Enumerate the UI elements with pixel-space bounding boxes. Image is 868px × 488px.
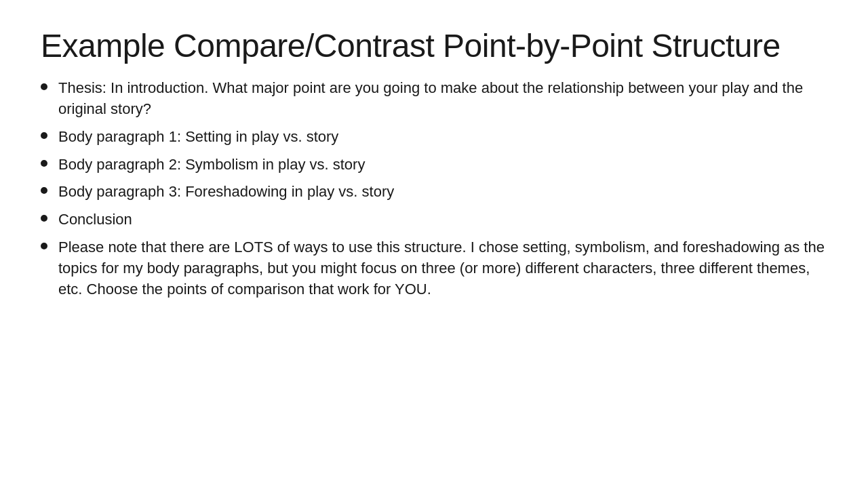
list-item-note: Please note that there are LOTS of ways … (41, 237, 827, 300)
slide-title: Example Compare/Contrast Point-by-Point … (41, 27, 827, 64)
bullet-dot (41, 160, 47, 167)
bullet-text: Body paragraph 3: Foreshadowing in play … (58, 182, 827, 203)
bullet-text: Body paragraph 2: Symbolism in play vs. … (58, 155, 827, 176)
slide-container: Example Compare/Contrast Point-by-Point … (0, 0, 868, 488)
bullet-dot (41, 83, 47, 90)
list-item: Thesis: In introduction. What major poin… (41, 78, 827, 120)
bullet-text: Thesis: In introduction. What major poin… (58, 78, 827, 120)
bullet-dot (41, 215, 47, 222)
bullet-list: Thesis: In introduction. What major poin… (41, 78, 827, 306)
bullet-dot (41, 243, 47, 249)
bullet-text-note: Please note that there are LOTS of ways … (58, 237, 827, 300)
bullet-text-conclusion: Conclusion (58, 209, 827, 230)
list-item: Body paragraph 3: Foreshadowing in play … (41, 182, 827, 203)
list-item: Body paragraph 2: Symbolism in play vs. … (41, 155, 827, 176)
bullet-text: Body paragraph 1: Setting in play vs. st… (58, 127, 827, 148)
bullet-dot (41, 187, 47, 194)
list-item: Body paragraph 1: Setting in play vs. st… (41, 127, 827, 148)
list-item-conclusion: Conclusion (41, 209, 827, 230)
bullet-dot (41, 132, 47, 139)
